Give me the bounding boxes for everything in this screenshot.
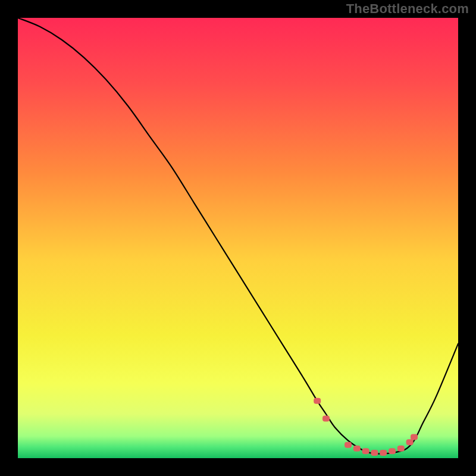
highlight-marker	[314, 398, 321, 404]
highlight-marker	[411, 434, 418, 440]
chart-svg	[0, 0, 476, 476]
highlight-marker	[371, 450, 378, 456]
highlight-marker	[380, 450, 387, 456]
plot-background	[18, 18, 458, 458]
chart-container: TheBottleneck.com	[0, 0, 476, 476]
highlight-marker	[345, 442, 352, 448]
highlight-marker	[362, 448, 369, 454]
highlight-marker	[389, 448, 396, 454]
highlight-marker	[397, 446, 405, 452]
highlight-marker	[353, 446, 361, 452]
highlight-marker	[406, 439, 414, 445]
highlight-marker	[322, 415, 330, 421]
